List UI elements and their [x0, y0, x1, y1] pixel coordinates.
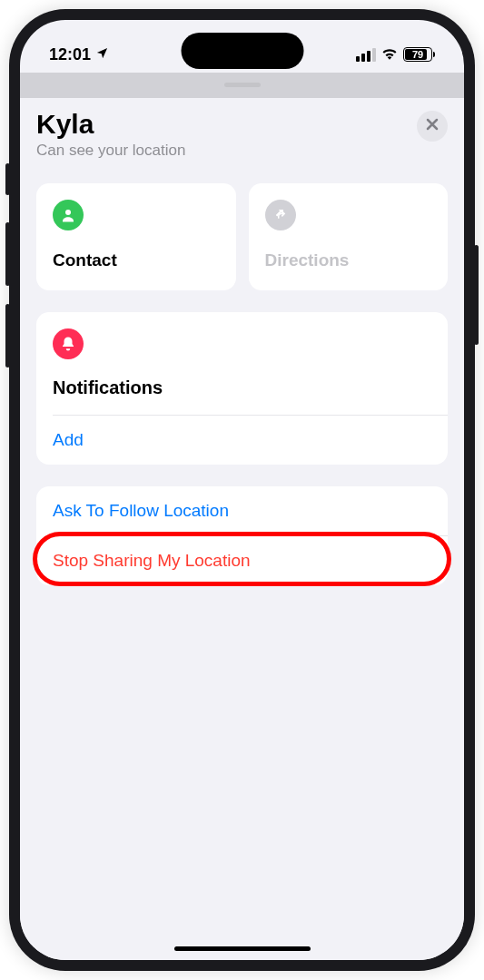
side-button: [5, 163, 10, 195]
page-subtitle: Can see your location: [36, 142, 185, 160]
directions-tile[interactable]: Directions: [249, 183, 449, 290]
power-button: [474, 245, 479, 345]
page-title: Kyla: [36, 109, 185, 140]
screen: 12:01 79: [20, 20, 464, 960]
sheet-grabber[interactable]: [224, 83, 261, 87]
sheet-content: Kyla Can see your location Contact: [20, 98, 464, 960]
status-time: 12:01: [49, 45, 91, 64]
battery-percent: 79: [412, 49, 423, 60]
dynamic-island: [181, 33, 303, 69]
notifications-title: Notifications: [53, 377, 431, 415]
close-button[interactable]: [417, 111, 448, 142]
sheet-background-peek: [20, 73, 464, 98]
location-icon: [95, 45, 109, 64]
directions-icon: [265, 200, 296, 230]
contact-label: Contact: [53, 250, 220, 270]
stop-sharing-location-button[interactable]: Stop Sharing My Location: [36, 536, 448, 585]
add-notification-button[interactable]: Add: [36, 416, 448, 465]
sheet-header: Kyla Can see your location: [36, 109, 448, 160]
home-indicator[interactable]: [174, 946, 311, 951]
phone-frame: 12:01 79: [9, 9, 475, 971]
bell-icon: [53, 328, 84, 359]
notifications-card: Notifications Add: [36, 312, 448, 465]
actions-card: Ask To Follow Location Stop Sharing My L…: [36, 486, 448, 585]
volume-down-button: [5, 304, 10, 368]
close-icon: [426, 117, 439, 135]
directions-label: Directions: [265, 250, 432, 270]
battery-icon: 79: [403, 47, 435, 62]
ask-follow-location-button[interactable]: Ask To Follow Location: [36, 486, 448, 535]
person-icon: [53, 200, 84, 230]
svg-point-0: [65, 210, 71, 215]
cellular-signal-icon: [356, 48, 376, 62]
contact-tile[interactable]: Contact: [36, 183, 236, 290]
wifi-icon: [381, 45, 398, 64]
volume-up-button: [5, 222, 10, 286]
